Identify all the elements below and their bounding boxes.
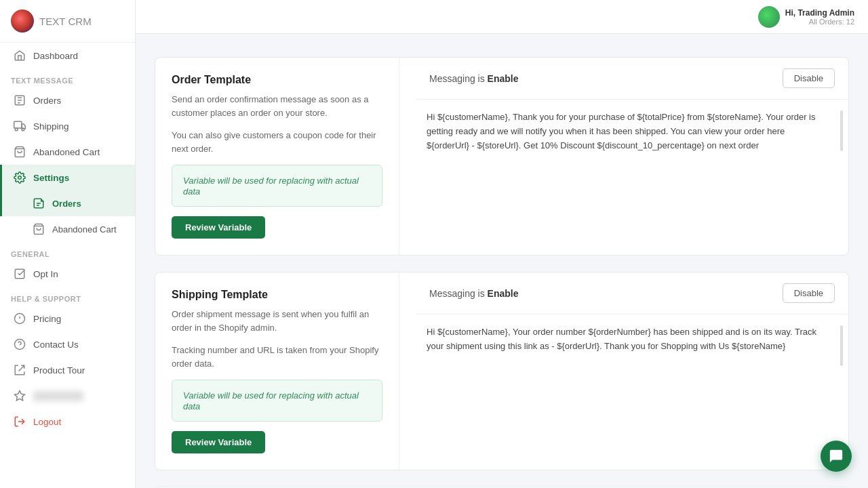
sidebar-label-blurred: Blurred Item [33,391,83,401]
user-avatar [758,6,780,28]
sidebar-item-opt-in[interactable]: Opt In [0,261,135,287]
sidebar-label-logout: Logout [33,417,61,427]
logo-text: TEXT CRM [39,16,92,27]
tour-icon [13,363,26,377]
sidebar: TEXT CRM Dashboard TEXT MESSAGE Orders S… [0,0,136,488]
contact-icon [13,338,26,351]
order-variable-box: Variable will be used for replacing with… [172,165,382,207]
app-name-suffix: CRM [68,16,92,27]
shipping-template-left: Shipping Template Order shipment message… [155,272,399,470]
svg-point-2 [15,128,18,131]
user-role: All Orders: 12 [785,18,854,26]
page-header: Hi, Trading Admin All Orders: 12 [136,0,868,34]
order-template-title: Order Template [172,74,382,86]
shipping-disable-button[interactable]: Disable [783,283,835,303]
shipping-messaging-enable: Enable [488,288,519,299]
order-template-right: Messaging is Enable Disable [416,58,848,255]
svg-marker-15 [15,391,25,401]
home-icon [13,49,26,62]
order-template-desc1: Send an order confirmation message as so… [172,93,382,119]
svg-rect-1 [14,121,22,128]
app-name: TEXT [39,16,65,27]
svg-rect-9 [15,269,24,279]
shipping-template-title: Shipping Template [172,289,382,301]
order-review-variable-button[interactable]: Review Variable [172,216,265,239]
section-help: HELP & SUPPORT [0,287,135,306]
order-template-section: Order Template Send an order confirmatio… [155,57,849,256]
shipping-message-textarea[interactable] [416,314,848,375]
sidebar-item-orders[interactable]: Orders [0,87,135,113]
order-message-textarea[interactable] [416,100,848,161]
sidebar-item-settings[interactable]: Settings [0,165,135,190]
sidebar-label-pricing: Pricing [33,314,61,324]
sidebar-item-orders-sub[interactable]: Orders [0,190,135,216]
cart-sub-icon [32,222,45,236]
orders-sub-icon [32,197,45,210]
orders-icon [13,94,26,107]
sidebar-label-abandoned-cart-sub: Abandoned Cart [52,224,117,235]
sidebar-item-dashboard[interactable]: Dashboard [0,43,135,68]
opt-in-icon [13,267,26,281]
order-messaging-enable: Enable [488,73,519,84]
svg-point-5 [18,176,22,180]
shipping-scrollbar [840,325,843,366]
shipping-message-area [416,314,848,378]
sidebar-logo: TEXT CRM [0,0,135,43]
shipping-variable-box: Variable will be used for replacing with… [172,380,382,422]
sidebar-item-abandoned-cart-sub[interactable]: Abandoned Cart [0,216,135,242]
svg-point-3 [22,128,24,131]
user-name: Hi, Trading Admin [785,8,854,18]
order-disable-button[interactable]: Disable [783,68,835,88]
sidebar-label-product-tour: Product Tour [33,365,85,375]
shipping-template-desc1: Order shipment message is sent when you … [172,308,382,334]
content-area: Order Template Send an order confirmatio… [155,57,849,488]
chat-fab-button[interactable] [821,441,852,472]
order-messaging-label: Messaging is [429,73,485,84]
cart-icon [13,145,26,159]
user-info: Hi, Trading Admin All Orders: 12 [758,6,854,28]
main-content: Order Template Send an order confirmatio… [136,34,868,488]
pricing-icon [13,312,26,325]
sidebar-label-contact-us: Contact Us [33,340,79,350]
order-template-left: Order Template Send an order confirmatio… [155,58,399,255]
order-scrollbar [840,110,843,151]
sidebar-item-pricing[interactable]: Pricing [0,306,135,331]
star-icon [13,389,26,403]
sidebar-label-settings: Settings [33,173,69,183]
shipping-messaging-label: Messaging is [429,288,485,299]
sidebar-item-shipping[interactable]: Shipping [0,113,135,139]
sidebar-item-contact-us[interactable]: Contact Us [0,331,135,357]
order-variable-text: Variable will be used for replacing with… [183,176,359,197]
shipping-messaging-row: Messaging is Enable Disable [416,272,848,314]
shipping-template-right: Messaging is Enable Disable [416,272,848,470]
settings-icon [13,171,26,184]
shipping-review-variable-button[interactable]: Review Variable [172,431,265,453]
shipping-template-section: Shipping Template Order shipment message… [155,272,849,470]
user-text: Hi, Trading Admin All Orders: 12 [785,8,854,26]
section-text-message: TEXT MESSAGE [0,68,135,87]
shipping-variable-text: Variable will be used for replacing with… [183,390,359,411]
order-messaging-row: Messaging is Enable Disable [416,58,848,100]
order-message-area [416,100,848,163]
shipping-messaging-status: Messaging is Enable [429,288,519,299]
sidebar-item-blurred[interactable]: Blurred Item [0,383,135,409]
sidebar-item-logout[interactable]: Logout [0,409,135,434]
sidebar-label-opt-in: Opt In [33,269,58,279]
logout-icon [13,415,26,428]
sidebar-label-orders-sub: Orders [52,199,81,209]
sidebar-label-abandoned-cart: Abandoned Cart [33,147,100,157]
order-messaging-status: Messaging is Enable [429,73,519,84]
order-template-desc2: You can also give customers a coupon cod… [172,129,382,155]
sidebar-label-dashboard: Dashboard [33,51,78,61]
sidebar-item-product-tour[interactable]: Product Tour [0,357,135,383]
sidebar-item-abandoned-cart[interactable]: Abandoned Cart [0,139,135,165]
section-general: GENERAL [0,242,135,261]
sidebar-label-orders: Orders [33,96,61,106]
logo-icon [11,9,34,33]
sidebar-label-shipping: Shipping [33,121,69,131]
shipping-icon [13,119,26,133]
shipping-template-desc2: Tracking number and URL is taken from yo… [172,344,382,370]
